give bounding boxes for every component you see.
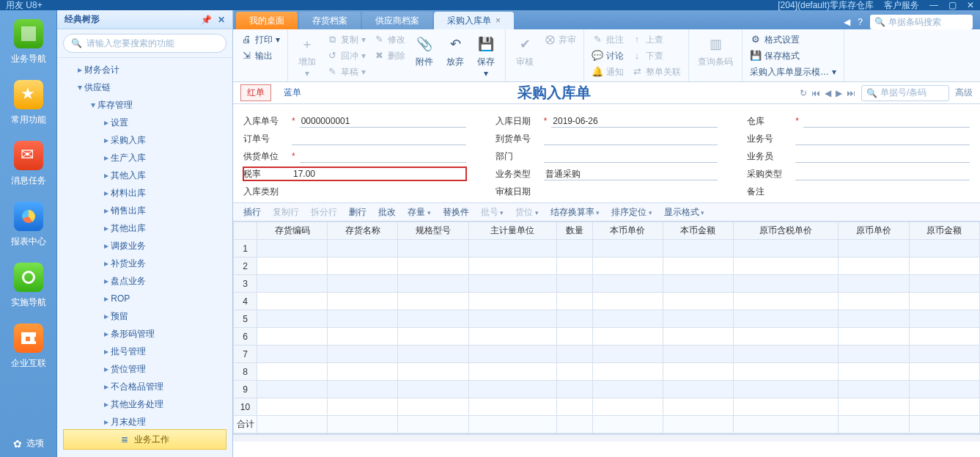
field-warehouse[interactable] [803, 114, 970, 128]
close-panel-icon[interactable]: ✕ [218, 15, 225, 25]
field-incat[interactable] [292, 185, 466, 198]
rail-fav[interactable]: 常用功能 [0, 71, 56, 132]
field-orderno[interactable] [292, 132, 466, 145]
related-button[interactable]: ⇄整单关联 [631, 65, 681, 79]
table-row[interactable]: 9 [234, 381, 980, 398]
table-row[interactable]: 6 [234, 328, 980, 346]
sidebar-tab-work[interactable]: 业务工作 [63, 429, 226, 450]
pin-icon[interactable]: 📌 [201, 15, 212, 25]
tab-purchase-in[interactable]: 采购入库单× [434, 12, 514, 29]
field-taxrate[interactable]: 17.00 [292, 167, 356, 180]
tree-transfer[interactable]: 调拨业务 [103, 237, 232, 255]
output-button[interactable]: ⇲输出 [240, 48, 280, 63]
minimize-icon[interactable]: — [929, 0, 938, 10]
discuss-button[interactable]: 💬讨论 [592, 48, 624, 63]
h-scrollbar[interactable] [233, 434, 980, 442]
format-settings-button[interactable]: ⚙格式设置 [750, 32, 836, 47]
add-button[interactable]: ＋增加 ▾ [295, 32, 319, 80]
tree-purchase-in[interactable]: 采购入库 [103, 131, 232, 149]
detail-grid[interactable]: 存货编码 存货名称 规格型号 主计量单位 数量 本币单价 本币金额 原币含税单价… [233, 222, 980, 434]
save-format-button[interactable]: 💾保存格式 [750, 48, 836, 63]
query-barcode-button[interactable]: ▥查询条码 [696, 32, 734, 70]
tree-other-in[interactable]: 其他入库 [103, 167, 232, 184]
field-operator[interactable] [795, 150, 970, 163]
nav-back-icon[interactable]: ◀ [844, 17, 850, 27]
tab-desktop[interactable]: 我的桌面 [236, 12, 298, 29]
gb-copyrow[interactable]: 复制行 [273, 206, 299, 219]
field-auditdate[interactable] [544, 185, 718, 198]
tree-replenish[interactable]: 补货业务 [103, 255, 232, 272]
tree-monthend[interactable]: 月末处理 [103, 413, 232, 431]
attach-button[interactable]: 📎附件 [413, 32, 436, 70]
tab-supplier-archive[interactable]: 供应商档案 [362, 12, 432, 29]
field-remark[interactable] [795, 185, 970, 198]
gb-replace[interactable]: 替换件 [443, 206, 469, 219]
field-arrivalno[interactable] [544, 132, 718, 145]
field-bizno[interactable] [795, 132, 970, 145]
delete-button[interactable]: ✖删除 [373, 48, 405, 63]
table-row[interactable]: 2 [234, 257, 980, 275]
gb-display[interactable]: 显示格式 [664, 206, 705, 219]
tree-prod-in[interactable]: 生产入库 [103, 149, 232, 167]
gb-sort[interactable]: 排序定位 [611, 206, 652, 219]
gb-split[interactable]: 拆分行 [311, 206, 337, 219]
table-row[interactable]: 10 [234, 398, 980, 416]
tree-other-biz[interactable]: 其他业务处理 [103, 395, 232, 413]
advanced-link[interactable]: 高级 [955, 87, 973, 99]
print-button[interactable]: 🖨打印 ▾ [240, 32, 280, 47]
table-row[interactable]: 7 [234, 346, 980, 363]
rail-nav[interactable]: 业务导航 [0, 10, 56, 71]
table-row[interactable]: 5 [234, 310, 980, 328]
tree-sale-out[interactable]: 销售出库 [103, 202, 232, 219]
abandon-button[interactable]: ↶放弃 [443, 32, 467, 70]
gb-stock[interactable]: 存量 [408, 206, 431, 219]
audit-button[interactable]: ✔审核 [513, 32, 537, 70]
gb-conv[interactable]: 结存换算率 [550, 206, 600, 219]
field-supplier[interactable] [300, 150, 466, 163]
rail-report[interactable]: 报表中心 [0, 193, 56, 254]
maximize-icon[interactable]: ▢ [948, 0, 957, 10]
modify-button[interactable]: ✎修改 [373, 32, 405, 47]
first-icon[interactable]: ⏮ [811, 88, 820, 98]
tree-location[interactable]: 货位管理 [103, 360, 232, 378]
barcode-search[interactable]: 🔍单据条码搜索 [870, 15, 973, 29]
rail-options[interactable]: 选项 [0, 437, 56, 450]
field-purchtype[interactable] [795, 167, 970, 180]
next-icon[interactable]: ▶ [836, 88, 842, 98]
close-icon[interactable]: ✕ [967, 0, 974, 10]
refresh-icon[interactable]: ↻ [800, 88, 807, 98]
tree-batch[interactable]: 批号管理 [103, 343, 232, 360]
last-icon[interactable]: ⏭ [847, 88, 855, 98]
draft-button[interactable]: ✎草稿 ▾ [326, 65, 366, 79]
field-docno[interactable]: 0000000001 [300, 114, 466, 128]
field-date[interactable]: 2019-06-26 [551, 114, 718, 128]
tab-close-icon[interactable]: × [495, 15, 501, 26]
notify-button[interactable]: 🔔通知 [592, 65, 624, 79]
tree-supply[interactable]: 供应链 库存管理 设置 采购入库 生产入库 其他入库 材料出库 销售出库 其他出… [76, 78, 232, 431]
gb-batch[interactable]: 批改 [378, 206, 396, 219]
gb-batchno[interactable]: 批号 [481, 206, 504, 219]
down-query-button[interactable]: ↓下查 [631, 48, 681, 63]
gb-location[interactable]: 货位 [515, 206, 539, 219]
tree-inventory[interactable]: 库存管理 设置 采购入库 生产入库 其他入库 材料出库 销售出库 其他出库 调拨… [89, 96, 232, 431]
batch-approve-button[interactable]: ✎批注 [592, 32, 624, 47]
gb-insert[interactable]: 插行 [243, 206, 261, 219]
tree-barcode[interactable]: 条形码管理 [103, 325, 232, 343]
tree-finance[interactable]: 财务会计 [76, 61, 232, 78]
up-query-button[interactable]: ↑上查 [631, 32, 681, 47]
red-doc-toggle[interactable]: 红单 [240, 84, 271, 101]
tree-material-out[interactable]: 材料出库 [103, 184, 232, 202]
save-button[interactable]: 💾保存 ▾ [474, 32, 498, 80]
tree-other-out[interactable]: 其他出库 [103, 219, 232, 237]
help-icon[interactable]: ? [858, 17, 863, 27]
gb-delrow[interactable]: 删行 [349, 206, 366, 219]
rail-impl[interactable]: 实施导航 [0, 254, 56, 315]
tree-settings[interactable]: 设置 [103, 114, 232, 131]
copy-button[interactable]: ⧉复制 ▾ [326, 32, 366, 47]
table-row[interactable]: 3 [234, 275, 980, 293]
prev-icon[interactable]: ◀ [825, 88, 831, 98]
rewind-button[interactable]: ↺回冲 ▾ [326, 48, 366, 63]
abandon-audit-button[interactable]: ⨂弃审 [544, 32, 576, 47]
tree-stocktake[interactable]: 盘点业务 [103, 272, 232, 290]
rail-enterprise[interactable]: 企业互联 [0, 315, 56, 376]
